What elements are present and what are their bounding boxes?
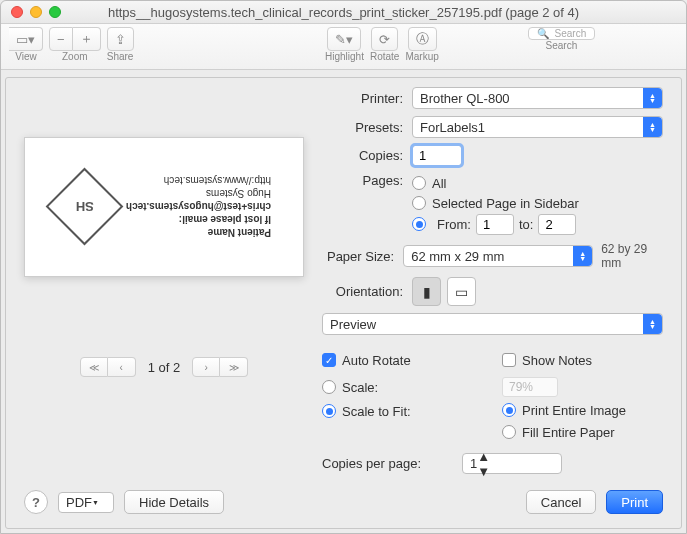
highlight-label: Highlight: [325, 51, 364, 62]
printer-value: Brother QL-800: [420, 91, 510, 106]
window-title: https__hugosystems.tech_clinical_records…: [61, 5, 626, 20]
share-label: Share: [107, 51, 134, 62]
rotate-button[interactable]: ⟳: [371, 27, 398, 51]
pei-label: Print Entire Image: [522, 403, 626, 418]
minimize-window-button[interactable]: [30, 6, 42, 18]
printer-label: Printer:: [322, 91, 412, 106]
markup-button[interactable]: Ⓐ: [408, 27, 437, 51]
pager-label: 1 of 2: [148, 360, 181, 375]
cpp-label: Copies per page:: [322, 456, 462, 471]
copies-input[interactable]: [412, 145, 462, 166]
scale-to-fit-label: Scale to Fit:: [342, 404, 411, 419]
print-sheet: Patient Name If lost please email: chris…: [5, 77, 682, 529]
orientation-label: Orientation:: [322, 284, 412, 299]
zoom-label: Zoom: [62, 51, 88, 62]
help-button[interactable]: ?: [24, 490, 48, 514]
select-arrow-icon: ▲▼: [573, 246, 592, 266]
titlebar: https__hugosystems.tech_clinical_records…: [1, 1, 686, 24]
paper-label: Paper Size:: [322, 249, 403, 264]
fep-label: Fill Entire Paper: [522, 425, 614, 440]
search-label: Search: [546, 40, 578, 51]
to-input[interactable]: [538, 214, 576, 235]
highlight-button[interactable]: ✎▾: [327, 27, 361, 51]
fill-entire-paper-radio[interactable]: [502, 425, 516, 439]
select-arrow-icon: ▲▼: [643, 314, 662, 334]
landscape-icon: ▭: [455, 284, 468, 300]
scale-radio[interactable]: [322, 380, 336, 394]
show-notes-label: Show Notes: [522, 353, 592, 368]
close-window-button[interactable]: [11, 6, 23, 18]
scale-percent-input: [502, 377, 558, 397]
auto-rotate-checkbox[interactable]: ✓: [322, 353, 336, 367]
pager-last-button[interactable]: ≫: [220, 357, 248, 377]
pv-line3: chris+test@hugosystems.tech: [126, 201, 271, 214]
pv-line5: http://www.systems.tech: [126, 175, 271, 188]
paper-note: 62 by 29 mm: [601, 242, 663, 270]
scale-to-fit-radio[interactable]: [322, 404, 336, 418]
presets-label: Presets:: [322, 120, 412, 135]
pager-first-button[interactable]: ≪: [80, 357, 108, 377]
preview-pager: ≪ ‹ 1 of 2 › ≫: [80, 357, 249, 377]
select-arrow-icon: ▲▼: [643, 88, 662, 108]
view-label: View: [15, 51, 37, 62]
pages-from-radio[interactable]: [412, 217, 426, 231]
show-notes-checkbox[interactable]: [502, 353, 516, 367]
search-input[interactable]: 🔍 Search: [528, 27, 596, 40]
pages-label: Pages:: [322, 173, 412, 188]
pv-mono: SH: [75, 200, 93, 215]
select-arrow-icon: ▼: [92, 499, 99, 506]
print-preview: Patient Name If lost please email: chris…: [24, 137, 304, 277]
print-button[interactable]: Print: [606, 490, 663, 514]
module-value: Preview: [330, 317, 376, 332]
paper-value: 62 mm x 29 mm: [411, 249, 504, 264]
pager-next-button[interactable]: ›: [192, 357, 220, 377]
toolbar: ▭▾ View − ＋ Zoom ⇪ Share ✎▾ Highlight ⟳ …: [1, 24, 686, 70]
pages-all-radio[interactable]: [412, 176, 426, 190]
search-placeholder: Search: [555, 28, 587, 39]
hide-details-button[interactable]: Hide Details: [124, 490, 224, 514]
pv-line2: If lost please email:: [126, 214, 271, 227]
presets-select[interactable]: ForLabels1 ▲▼: [412, 116, 663, 138]
share-button[interactable]: ⇪: [107, 27, 134, 51]
scale-label: Scale:: [342, 380, 378, 395]
diamond-icon: SH: [46, 168, 124, 246]
pv-line4: Hugo Systems: [126, 188, 271, 201]
presets-value: ForLabels1: [420, 120, 485, 135]
select-arrow-icon: ▲▼: [477, 449, 490, 479]
search-icon: 🔍: [537, 28, 549, 39]
orientation-portrait-button[interactable]: ▮: [412, 277, 441, 306]
pages-selected-radio[interactable]: [412, 196, 426, 210]
orientation-landscape-button[interactable]: ▭: [447, 277, 476, 306]
sidebar-view-button[interactable]: ▭▾: [9, 27, 43, 51]
print-entire-image-radio[interactable]: [502, 403, 516, 417]
pv-line1: Patient Name: [126, 227, 271, 240]
pdf-label: PDF: [66, 495, 92, 510]
to-label: to:: [519, 217, 533, 232]
cpp-value: 1: [470, 456, 477, 471]
copies-label: Copies:: [322, 148, 412, 163]
portrait-icon: ▮: [423, 284, 431, 300]
from-label: From:: [437, 217, 471, 232]
pdf-menu[interactable]: PDF ▼: [58, 492, 114, 513]
zoom-in-button[interactable]: ＋: [73, 27, 101, 51]
print-dialog-window: https__hugosystems.tech_clinical_records…: [0, 0, 687, 534]
traffic-lights: [1, 6, 61, 18]
pages-selected-label: Selected Page in Sidebar: [432, 196, 579, 211]
from-input[interactable]: [476, 214, 514, 235]
pages-all-label: All: [432, 176, 446, 191]
zoom-out-button[interactable]: −: [49, 27, 73, 51]
rotate-label: Rotate: [370, 51, 399, 62]
module-select[interactable]: Preview ▲▼: [322, 313, 663, 335]
zoom-window-button[interactable]: [49, 6, 61, 18]
markup-label: Markup: [405, 51, 438, 62]
copies-per-page-select[interactable]: 1 ▲▼: [462, 453, 562, 474]
dialog-footer: ? PDF ▼ Hide Details Cancel Print: [24, 490, 663, 514]
select-arrow-icon: ▲▼: [643, 117, 662, 137]
pager-prev-button[interactable]: ‹: [108, 357, 136, 377]
auto-rotate-label: Auto Rotate: [342, 353, 411, 368]
paper-size-select[interactable]: 62 mm x 29 mm ▲▼: [403, 245, 593, 267]
cancel-button[interactable]: Cancel: [526, 490, 596, 514]
printer-select[interactable]: Brother QL-800 ▲▼: [412, 87, 663, 109]
